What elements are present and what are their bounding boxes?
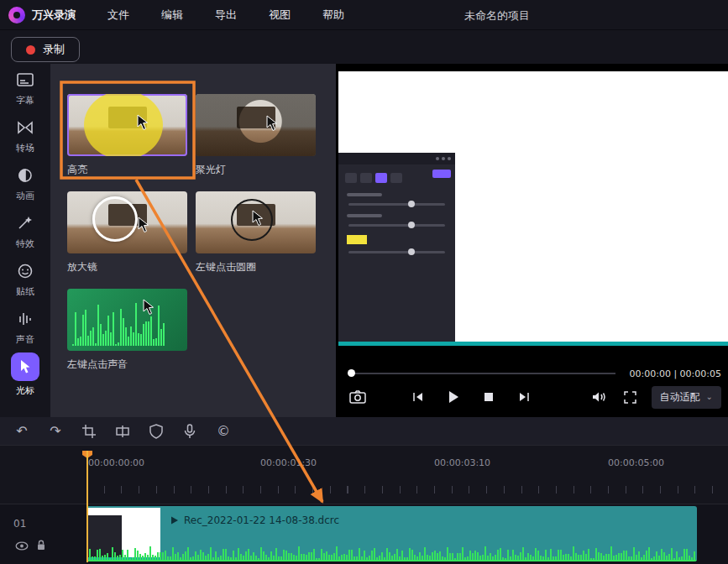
recorded-slider xyxy=(348,251,445,253)
redo-button[interactable]: ↷ xyxy=(45,421,65,441)
cursor-arrow-icon xyxy=(136,114,149,131)
recorded-text-line xyxy=(347,193,382,196)
cursor-arrow-icon xyxy=(251,210,264,227)
fullscreen-button[interactable] xyxy=(621,387,641,407)
clip-audio-waveform xyxy=(86,506,697,561)
playback-controls: 自动适配 ⌄ xyxy=(348,384,721,410)
timeline-clip[interactable]: Rec_2022-01-22 14-08-38.dcrc xyxy=(86,506,697,561)
play-button[interactable] xyxy=(443,387,464,407)
project-title: 未命名的项目 xyxy=(464,8,530,24)
sidebar-item-label: 字幕 xyxy=(16,94,34,107)
ruler-ticks xyxy=(86,486,728,494)
privacy-shield-button[interactable] xyxy=(146,421,166,441)
cursor-arrow-icon xyxy=(265,115,279,132)
chevron-down-icon: ⌄ xyxy=(706,394,713,400)
sidebar-item-stickers[interactable]: 贴纸 xyxy=(0,255,50,303)
effect-item-highlight[interactable]: 高亮 xyxy=(67,94,187,177)
sidebar-item-cursor[interactable]: 光标 xyxy=(0,351,50,399)
undo-button[interactable]: ↶ xyxy=(12,421,32,441)
magnifier-ring-overlay xyxy=(92,196,138,242)
next-frame-button[interactable] xyxy=(514,387,534,407)
sidebar-item-audio[interactable]: 声音 xyxy=(0,303,50,351)
scrubber-row: 00:00:00 | 00:00:05 xyxy=(348,368,721,379)
copyright-watermark-button[interactable]: © xyxy=(213,421,233,441)
effect-label: 高亮 xyxy=(67,163,187,177)
microphone-button[interactable] xyxy=(180,421,200,441)
effect-item-magnifier[interactable]: 放大镜 xyxy=(67,191,187,274)
effect-thumbnail-click-sound[interactable] xyxy=(67,289,187,351)
sidebar-item-label: 光标 xyxy=(16,384,34,397)
highlight-circle-overlay xyxy=(84,94,163,156)
effect-item-spotlight[interactable]: 聚光灯 xyxy=(196,94,316,177)
menu-export[interactable]: 导出 xyxy=(215,8,237,23)
seek-handle[interactable] xyxy=(348,369,355,377)
effect-thumbnail-magnifier[interactable] xyxy=(67,191,187,253)
subtitle-icon xyxy=(13,69,38,91)
sidebar-item-transitions[interactable]: 转场 xyxy=(0,112,50,159)
track-number: 01 xyxy=(13,518,26,530)
seek-bar[interactable] xyxy=(348,373,615,374)
menu-bar: 文件 编辑 导出 视图 帮助 xyxy=(107,8,344,23)
recorded-app-window xyxy=(338,153,455,342)
previous-frame-button[interactable] xyxy=(408,387,428,407)
sidebar-item-label: 特效 xyxy=(16,238,34,250)
effect-item-click-sound[interactable]: 左键点击声音 xyxy=(67,289,187,372)
split-button[interactable] xyxy=(113,421,133,441)
transition-icon xyxy=(13,117,38,138)
sticker-smiley-icon xyxy=(13,260,38,282)
audio-equalizer-icon xyxy=(13,308,38,330)
playhead-line[interactable] xyxy=(86,451,88,562)
effect-label: 左键点击声音 xyxy=(67,358,187,372)
edit-toolbar: ↶ ↷ © xyxy=(0,417,728,445)
recorded-titlebar xyxy=(338,153,455,164)
effect-label: 左键点击圆圈 xyxy=(196,260,316,274)
menu-file[interactable]: 文件 xyxy=(107,8,129,23)
effect-thumbnail-spotlight[interactable] xyxy=(196,94,316,156)
effect-label: 聚光灯 xyxy=(196,163,316,177)
fit-mode-label: 自动适配 xyxy=(660,390,700,405)
cursor-effects-panel: 高亮 聚光灯 放大镜 xyxy=(50,64,336,417)
record-button[interactable]: 录制 xyxy=(11,37,80,62)
effects-grid: 高亮 聚光灯 放大镜 xyxy=(67,94,319,372)
video-frame xyxy=(338,71,728,346)
track-lock-icon[interactable] xyxy=(35,538,49,548)
track-visibility-eye-icon[interactable] xyxy=(15,538,29,548)
sidebar-item-effects[interactable]: 特效 xyxy=(0,207,50,255)
timeline-tracks: 01 Rec_2022-01-22 14-08-38.dcrc xyxy=(0,504,728,564)
effect-thumbnail-highlight[interactable] xyxy=(67,94,187,156)
recorded-slider xyxy=(348,203,445,206)
ruler-label: 00:00:03:10 xyxy=(434,457,490,468)
animation-icon xyxy=(13,164,38,186)
effect-label: 放大镜 xyxy=(67,260,187,274)
fit-mode-dropdown[interactable]: 自动适配 ⌄ xyxy=(652,386,721,409)
magic-wand-icon xyxy=(13,212,38,234)
sound-waveform xyxy=(72,289,165,346)
app-logo-icon xyxy=(8,7,25,24)
effect-thumbnail-click-ring[interactable] xyxy=(196,191,316,253)
time-display: 00:00:00 | 00:00:05 xyxy=(629,368,721,379)
effect-item-click-ring[interactable]: 左键点击圆圈 xyxy=(196,191,316,274)
sidebar-item-captions[interactable]: 字幕 xyxy=(0,64,50,112)
crop-button[interactable] xyxy=(79,421,99,441)
stop-button[interactable] xyxy=(479,387,499,407)
recorded-accent-button xyxy=(432,170,451,178)
menu-help[interactable]: 帮助 xyxy=(322,8,344,23)
menu-view[interactable]: 视图 xyxy=(269,8,291,23)
view-controls: 自动适配 ⌄ xyxy=(589,386,721,409)
sidebar-item-animation[interactable]: 动画 xyxy=(0,159,50,207)
ruler-label: 00:00:01:30 xyxy=(260,457,317,468)
recorded-slider xyxy=(348,224,445,227)
snapshot-camera-button[interactable] xyxy=(348,387,368,407)
app-title: 万兴录演 xyxy=(32,8,76,23)
app-window: 万兴录演 文件 编辑 导出 视图 帮助 未命名的项目 录制 字幕 转场 xyxy=(0,0,728,564)
ruler-label: 00:00:00:00 xyxy=(88,457,144,468)
transport-controls xyxy=(408,387,534,407)
recorded-text-line xyxy=(347,214,382,217)
timeline-ruler[interactable]: 00:00:00:00 00:00:01:30 00:00:03:10 00:0… xyxy=(0,445,728,504)
top-menu-bar: 万兴录演 文件 编辑 导出 视图 帮助 未命名的项目 xyxy=(0,0,728,30)
sidebar-item-label: 贴纸 xyxy=(16,285,34,298)
menu-edit[interactable]: 编辑 xyxy=(161,8,183,23)
preview-panel: 00:00:00 | 00:00:05 xyxy=(336,64,728,417)
volume-icon[interactable] xyxy=(589,387,610,407)
cursor-pointer-icon xyxy=(11,352,39,381)
